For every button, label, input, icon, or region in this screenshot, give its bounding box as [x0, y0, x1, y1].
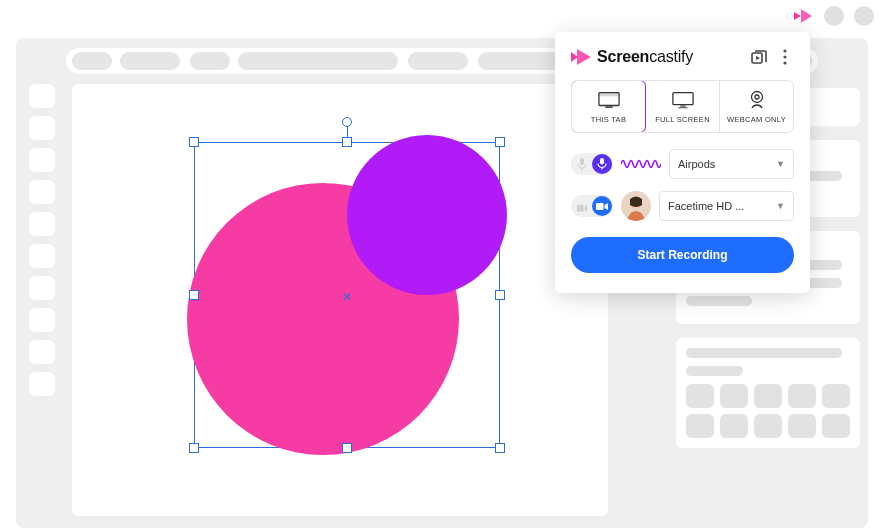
cam-toggle[interactable]: [571, 195, 613, 217]
brand: Screencastify: [571, 48, 742, 66]
svg-rect-14: [678, 107, 687, 108]
monitor-icon: [672, 91, 694, 109]
svg-point-8: [783, 61, 786, 64]
handle-bottom[interactable]: [342, 443, 352, 453]
svg-rect-18: [581, 168, 582, 171]
tab-label: WEBCAM ONLY: [727, 115, 786, 124]
cam-muted-icon: [576, 199, 588, 213]
svg-rect-19: [600, 158, 604, 165]
svg-rect-20: [601, 168, 602, 170]
selection-box[interactable]: ✕: [194, 142, 500, 448]
svg-marker-0: [794, 12, 801, 20]
record-mode-tabs: THIS TAB FULL SCREEN WEBCAM ONLY: [571, 80, 794, 133]
handle-right[interactable]: [495, 290, 505, 300]
chevron-down-icon: ▼: [776, 159, 785, 169]
handle-bottom-right[interactable]: [495, 443, 505, 453]
shape-purple-circle[interactable]: [347, 135, 507, 295]
left-sidebar: [22, 84, 62, 404]
svg-rect-23: [596, 203, 604, 210]
mic-muted-icon: [576, 157, 588, 171]
svg-rect-13: [680, 106, 686, 107]
cam-row: Facetime HD ... ▼: [571, 191, 794, 221]
design-canvas[interactable]: ✕: [72, 84, 608, 516]
svg-rect-17: [580, 158, 584, 165]
svg-marker-1: [801, 9, 812, 23]
handle-bottom-left[interactable]: [189, 443, 199, 453]
library-icon[interactable]: [750, 48, 768, 66]
svg-rect-12: [672, 93, 692, 105]
cam-device-label: Facetime HD ...: [668, 200, 744, 212]
audio-waveform-icon: [621, 156, 661, 172]
brand-name-rest: castify: [649, 48, 693, 65]
webcam-preview-avatar: [621, 191, 651, 221]
webcam-icon: [746, 91, 768, 109]
cam-device-select[interactable]: Facetime HD ... ▼: [659, 191, 794, 221]
tab-icon: [598, 91, 620, 109]
svg-marker-24: [605, 203, 609, 210]
cam-on-icon: [592, 196, 612, 216]
handle-top[interactable]: [342, 137, 352, 147]
tab-label: FULL SCREEN: [655, 115, 710, 124]
svg-point-7: [783, 55, 786, 58]
svg-point-6: [783, 49, 786, 52]
avatar-placeholder-icon: [824, 6, 844, 26]
svg-marker-5: [756, 56, 760, 60]
mic-device-label: Airpods: [678, 158, 715, 170]
tab-full-screen[interactable]: FULL SCREEN: [645, 81, 719, 132]
tab-this-tab[interactable]: THIS TAB: [571, 80, 646, 133]
svg-marker-3: [577, 49, 591, 65]
handle-left[interactable]: [189, 290, 199, 300]
tab-webcam-only[interactable]: WEBCAM ONLY: [719, 81, 793, 132]
mic-device-select[interactable]: Airpods ▼: [669, 149, 794, 179]
handle-top-left[interactable]: [189, 137, 199, 147]
mic-on-icon: [592, 154, 612, 174]
tab-label: THIS TAB: [591, 115, 626, 124]
chevron-down-icon: ▼: [776, 201, 785, 211]
svg-marker-2: [571, 52, 578, 62]
svg-marker-22: [585, 205, 588, 212]
center-marker-icon: ✕: [342, 290, 352, 304]
extension-logo-icon[interactable]: [794, 9, 812, 23]
browser-topbar: [0, 0, 884, 34]
avatar-placeholder-icon: [854, 6, 874, 26]
handle-top-right[interactable]: [495, 137, 505, 147]
svg-rect-21: [577, 205, 584, 212]
svg-rect-10: [598, 93, 618, 97]
screencastify-popover: Screencastify THIS TAB FULL SCREEN WEBCA…: [555, 32, 810, 293]
svg-point-15: [751, 92, 762, 103]
more-menu-icon[interactable]: [776, 48, 794, 66]
start-recording-button[interactable]: Start Recording: [571, 237, 794, 273]
svg-rect-11: [605, 106, 612, 107]
brand-name-bold: Screen: [597, 48, 649, 65]
svg-point-16: [755, 95, 759, 99]
mic-row: Airpods ▼: [571, 149, 794, 179]
brand-logo-icon: [571, 49, 591, 65]
mic-toggle[interactable]: [571, 153, 613, 175]
